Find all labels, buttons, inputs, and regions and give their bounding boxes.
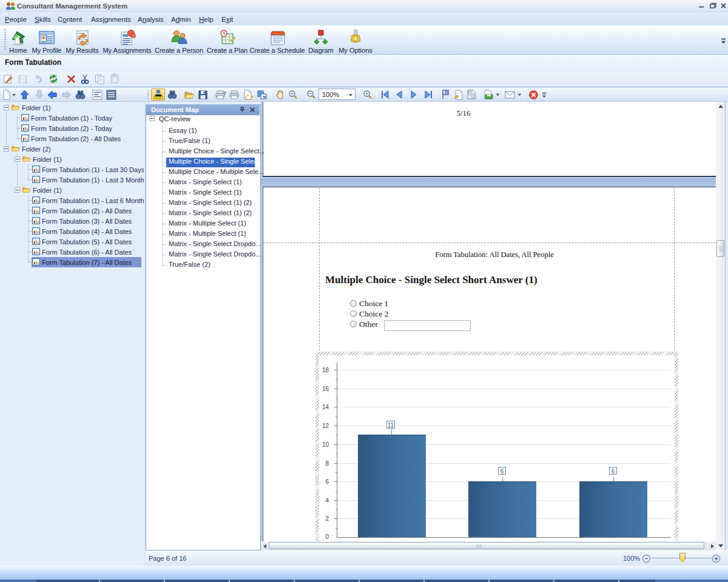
svg-text:?: ? [223,90,226,96]
